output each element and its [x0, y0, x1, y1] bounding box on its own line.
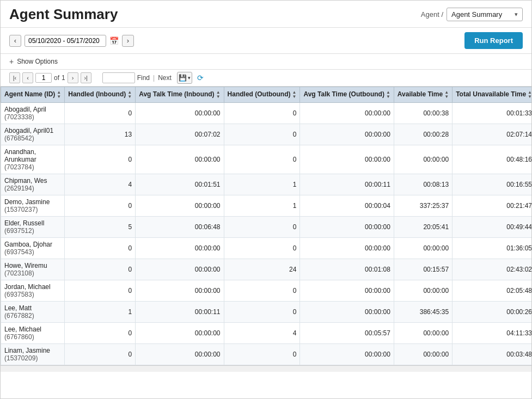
- col-handled-in: Handled (Inbound)▲▼: [65, 87, 136, 103]
- cell-avg-talk-out: 00:00:00: [300, 302, 394, 323]
- toolbar-row: ‹ 📅 › Run Report: [1, 28, 531, 54]
- cell-avg-talk-in: 00:01:51: [136, 174, 224, 195]
- cell-unavailable: 00:03:48: [452, 344, 531, 365]
- cell-agent-name: Howe, Wiremu(7023108): [1, 259, 65, 280]
- cell-available: 00:00:38: [394, 103, 452, 124]
- page-title: Agent Summary: [9, 6, 118, 23]
- col-unavailable: Total Unavailable Time▲▼: [452, 87, 531, 103]
- next-date-button[interactable]: ›: [122, 35, 134, 47]
- cell-handled-out: 24: [224, 259, 300, 280]
- col-avg-talk-out: Avg Talk Time (Outbound)▲▼: [300, 87, 394, 103]
- cell-handled-out: 1: [224, 195, 300, 217]
- cell-available: 00:00:28: [394, 124, 452, 145]
- cell-agent-name: Linam, Jasmine(15370209): [1, 344, 65, 365]
- cell-handled-in: 0: [65, 280, 136, 302]
- horizontal-scrollbar[interactable]: [1, 365, 531, 372]
- cell-agent-name: Anandhan, Arunkumar(7023784): [1, 145, 65, 174]
- cell-handled-out: 4: [224, 323, 300, 344]
- page-input[interactable]: [35, 73, 52, 83]
- cell-agent-name: Elder, Russell(6937512): [1, 217, 65, 238]
- cell-avg-talk-in: 00:00:00: [136, 344, 224, 365]
- cell-avg-talk-in: 00:00:00: [136, 195, 224, 217]
- cell-unavailable: 00:01:33: [452, 103, 531, 124]
- calendar-icon[interactable]: 📅: [109, 36, 119, 45]
- cell-handled-in: 4: [65, 174, 136, 195]
- cell-avg-talk-out: 00:00:11: [300, 174, 394, 195]
- cell-handled-out: 0: [224, 302, 300, 323]
- table-row: Abogadil, April01(6768542) 13 00:07:02 0…: [1, 124, 532, 145]
- cell-handled-out: 0: [224, 103, 300, 124]
- cell-avg-talk-out: 00:01:08: [300, 259, 394, 280]
- cell-available: 00:00:00: [394, 238, 452, 259]
- cell-agent-name: Jordan, Michael(6937583): [1, 280, 65, 302]
- run-report-button[interactable]: Run Report: [464, 32, 523, 49]
- last-page-button[interactable]: ›|: [81, 72, 91, 83]
- cell-unavailable: 00:49:44: [452, 217, 531, 238]
- cell-handled-in: 13: [65, 124, 136, 145]
- cell-handled-in: 5: [65, 217, 136, 238]
- cell-available: 20:05:41: [394, 217, 452, 238]
- cell-avg-talk-in: 00:00:00: [136, 280, 224, 302]
- cell-available: 00:00:00: [394, 280, 452, 302]
- cell-unavailable: 00:21:47: [452, 195, 531, 217]
- next-button[interactable]: Next: [158, 74, 172, 82]
- export-button[interactable]: 💾 ▾: [177, 72, 192, 84]
- table-row: Howe, Wiremu(7023108) 0 00:00:00 24 00:0…: [1, 259, 532, 280]
- cell-avg-talk-in: 00:00:00: [136, 323, 224, 344]
- find-button[interactable]: Find: [137, 74, 150, 82]
- cell-avg-talk-in: 00:00:00: [136, 145, 224, 174]
- breadcrumb-area: Agent / Agent Summary ▾: [421, 8, 523, 21]
- cell-handled-in: 0: [65, 238, 136, 259]
- cell-agent-name: Abogadil, April01(6768542): [1, 124, 65, 145]
- cell-avg-talk-out: 00:00:04: [300, 195, 394, 217]
- cell-avg-talk-in: 00:07:02: [136, 124, 224, 145]
- cell-unavailable: 01:36:05: [452, 238, 531, 259]
- pagination-row: |‹ ‹ of 1 › ›| Find | Next 💾 ▾ ⟳: [1, 70, 531, 87]
- cell-available: 00:00:00: [394, 344, 452, 365]
- prev-date-button[interactable]: ‹: [9, 35, 21, 47]
- cell-avg-talk-in: 00:06:48: [136, 217, 224, 238]
- cell-handled-in: 0: [65, 323, 136, 344]
- find-input[interactable]: [102, 72, 135, 83]
- refresh-button[interactable]: ⟳: [194, 72, 206, 84]
- cell-avg-talk-out: 00:00:00: [300, 145, 394, 174]
- prev-page-button[interactable]: ‹: [22, 72, 33, 83]
- cell-unavailable: 02:07:14: [452, 124, 531, 145]
- cell-handled-in: 0: [65, 195, 136, 217]
- table-wrapper: Agent Name (ID)▲▼ Handled (Inbound)▲▼ Av…: [1, 87, 531, 365]
- page-header: Agent Summary Agent / Agent Summary ▾: [1, 1, 531, 28]
- date-range-input[interactable]: [25, 35, 106, 47]
- date-nav: ‹ 📅 ›: [9, 35, 134, 47]
- cell-avg-talk-out: 00:00:00: [300, 103, 394, 124]
- expand-icon: +: [9, 57, 14, 66]
- cell-unavailable: 02:43:02: [452, 259, 531, 280]
- chevron-down-icon: ▾: [515, 11, 518, 18]
- show-options-row[interactable]: + Show Options: [1, 54, 531, 70]
- cell-avg-talk-in: 00:00:00: [136, 103, 224, 124]
- cell-unavailable: 04:11:33: [452, 323, 531, 344]
- cell-avg-talk-out: 00:00:00: [300, 217, 394, 238]
- table-row: Lee, Michael(6767860) 0 00:00:00 4 00:05…: [1, 323, 532, 344]
- table-row: Lee, Matt(6767882) 1 00:00:11 0 00:00:00…: [1, 302, 532, 323]
- next-page-button[interactable]: ›: [68, 72, 78, 83]
- cell-handled-out: 0: [224, 124, 300, 145]
- table-row: Elder, Russell(6937512) 5 00:06:48 0 00:…: [1, 217, 532, 238]
- cell-handled-in: 0: [65, 344, 136, 365]
- table-row: Chipman, Wes(2629194) 4 00:01:51 1 00:00…: [1, 174, 532, 195]
- cell-unavailable: 00:16:55: [452, 174, 531, 195]
- col-available: Available Time▲▼: [394, 87, 452, 103]
- cell-unavailable: 00:00:26: [452, 302, 531, 323]
- cell-agent-name: Lee, Matt(6767882): [1, 302, 65, 323]
- cell-available: 00:00:00: [394, 323, 452, 344]
- cell-handled-out: 0: [224, 280, 300, 302]
- table-row: Gamboa, Djohar(6937543) 0 00:00:00 0 00:…: [1, 238, 532, 259]
- page-of-label: of: [54, 74, 59, 82]
- export-icon: 💾: [179, 74, 187, 82]
- cell-handled-out: 0: [224, 238, 300, 259]
- cell-avg-talk-in: 00:00:00: [136, 238, 224, 259]
- col-handled-out: Handled (Outbound)▲▼: [224, 87, 300, 103]
- cell-handled-in: 1: [65, 302, 136, 323]
- breadcrumb-dropdown[interactable]: Agent Summary ▾: [447, 8, 523, 21]
- table-row: Abogadil, April(7023338) 0 00:00:00 0 00…: [1, 103, 532, 124]
- first-page-button[interactable]: |‹: [9, 72, 20, 83]
